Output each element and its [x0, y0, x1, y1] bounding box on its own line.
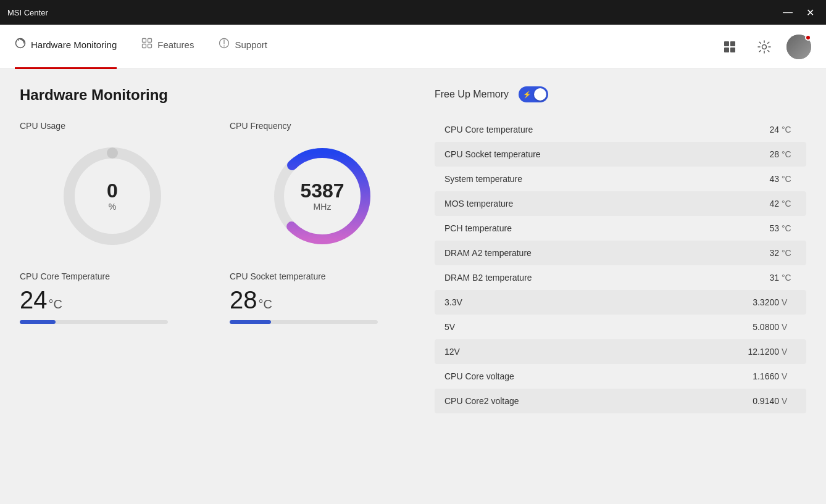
sensor-name: 12V: [444, 347, 736, 357]
grid-view-button[interactable]: [717, 35, 742, 59]
sensor-value: 43: [736, 174, 779, 184]
sensor-unit: V: [782, 297, 796, 307]
sensor-row: CPU Core2 voltage 0.9140 V: [435, 389, 806, 413]
cpu-core-temp-label: CPU Core Temperature: [20, 271, 205, 281]
cpu-usage-label: CPU Usage: [20, 121, 205, 131]
sensor-value: 1.1660: [736, 371, 779, 381]
sensor-name: System temperature: [444, 174, 736, 184]
sensor-value: 3.3200: [736, 297, 779, 307]
sensor-row: PCH temperature 53 °C: [435, 216, 806, 241]
support-icon: [219, 38, 230, 51]
cpu-core-temp-unit: °C: [49, 297, 62, 312]
sensor-row: DRAM A2 temperature 32 °C: [435, 241, 806, 265]
sensor-row: MOS temperature 42 °C: [435, 191, 806, 216]
toggle-knob: [534, 88, 546, 101]
toggle-lightning-icon: ⚡: [523, 91, 532, 99]
svg-point-6: [224, 46, 225, 47]
gear-icon: [757, 40, 771, 54]
sensor-unit: V: [782, 322, 796, 332]
tab-support-label: Support: [235, 39, 267, 50]
nav-left: Hardware Monitoring Features: [15, 25, 267, 69]
tab-features-label: Features: [157, 39, 194, 50]
avatar[interactable]: [786, 35, 811, 59]
sensor-unit: °C: [782, 248, 796, 258]
settings-button[interactable]: [752, 35, 777, 59]
nav-right: [717, 35, 811, 59]
free-memory-label: Free Up Memory: [435, 89, 509, 100]
sensor-unit: °C: [782, 199, 796, 209]
cpu-frequency-unit: MHz: [300, 202, 344, 212]
temp-cards-row: CPU Core Temperature 24 °C CPU Socket te…: [20, 271, 415, 324]
cpu-core-temp-card: CPU Core Temperature 24 °C: [20, 271, 205, 324]
cpu-usage-center: 0 %: [107, 180, 118, 212]
svg-point-11: [762, 44, 767, 49]
sensor-row: CPU Core temperature 24 °C: [435, 117, 806, 142]
cpu-socket-temp-value: 28: [230, 286, 257, 314]
gauges-row: CPU Usage 0 % CPU Fr: [20, 121, 415, 252]
grid-icon: [723, 40, 736, 54]
sensor-value: 0.9140: [736, 396, 779, 406]
cpu-core-temp-bar-bg: [20, 320, 168, 324]
hardware-monitoring-icon: [15, 38, 26, 51]
cpu-frequency-label: CPU Frequency: [230, 121, 415, 131]
sensor-name: DRAM B2 temperature: [444, 273, 736, 283]
sensor-unit: °C: [782, 174, 796, 184]
close-button[interactable]: ✕: [801, 4, 819, 21]
sensor-name: 3.3V: [444, 297, 736, 307]
svg-rect-2: [148, 39, 152, 43]
cpu-socket-temp-bar-fill: [230, 320, 271, 324]
title-bar: MSI Center — ✕: [0, 0, 826, 25]
sensor-name: DRAM A2 temperature: [444, 248, 736, 258]
sensor-unit: V: [782, 396, 796, 406]
sensor-name: CPU Core voltage: [444, 371, 736, 381]
tab-hardware-monitoring[interactable]: Hardware Monitoring: [15, 25, 117, 69]
svg-rect-4: [148, 44, 152, 48]
free-memory-row: Free Up Memory ⚡: [435, 86, 806, 102]
cpu-socket-temp-bar-bg: [230, 320, 378, 324]
title-bar-left: MSI Center: [7, 8, 48, 17]
cpu-socket-temp-unit: °C: [259, 297, 272, 312]
cpu-frequency-wrapper: 5387 MHz: [230, 141, 415, 252]
sensor-name: 5V: [444, 322, 736, 332]
cpu-usage-value: 0: [107, 180, 118, 202]
sensor-row: 12V 12.1200 V: [435, 339, 806, 364]
sensor-value: 5.0800: [736, 322, 779, 332]
cpu-frequency-value: 5387: [300, 180, 344, 202]
svg-rect-7: [724, 41, 729, 46]
cpu-usage-wrapper: 0 %: [20, 141, 205, 252]
cpu-socket-temp-value-row: 28 °C: [230, 286, 415, 314]
sensor-row: System temperature 43 °C: [435, 167, 806, 191]
sensor-value: 31: [736, 273, 779, 283]
sensor-value: 24: [736, 125, 779, 134]
sensor-name: CPU Socket temperature: [444, 149, 736, 159]
left-panel: Hardware Monitoring CPU Usage 0 %: [20, 86, 415, 487]
cpu-socket-temp-label: CPU Socket temperature: [230, 271, 415, 281]
svg-rect-3: [143, 44, 146, 48]
minimize-button[interactable]: —: [779, 4, 796, 21]
nav-bar: Hardware Monitoring Features: [0, 25, 826, 69]
cpu-core-temp-value: 24: [20, 286, 48, 314]
tab-support[interactable]: Support: [219, 25, 267, 69]
cpu-frequency-gauge: CPU Frequency: [230, 121, 415, 252]
cpu-usage-donut: 0 %: [57, 141, 168, 252]
main-content: Hardware Monitoring CPU Usage 0 %: [0, 69, 826, 504]
cpu-core-temp-bar-fill: [20, 320, 56, 324]
sensor-unit: °C: [782, 273, 796, 283]
page-title: Hardware Monitoring: [20, 86, 415, 104]
avatar-notification-dot: [805, 35, 811, 41]
tab-hardware-monitoring-label: Hardware Monitoring: [31, 39, 117, 50]
sensor-name: MOS temperature: [444, 199, 736, 209]
sensor-value: 12.1200: [736, 347, 779, 357]
sensor-value: 32: [736, 248, 779, 258]
svg-rect-8: [730, 41, 735, 46]
sensor-unit: °C: [782, 125, 796, 134]
sensor-list: CPU Core temperature 24 °C CPU Socket te…: [435, 117, 806, 413]
right-panel: Free Up Memory ⚡ CPU Core temperature 24…: [435, 86, 806, 487]
sensor-value: 42: [736, 199, 779, 209]
svg-rect-9: [724, 48, 729, 52]
title-bar-controls: — ✕: [779, 4, 819, 21]
cpu-usage-gauge: CPU Usage 0 %: [20, 121, 205, 252]
sensor-row: 5V 5.0800 V: [435, 315, 806, 339]
free-memory-toggle[interactable]: ⚡: [519, 86, 548, 102]
tab-features[interactable]: Features: [141, 25, 194, 69]
